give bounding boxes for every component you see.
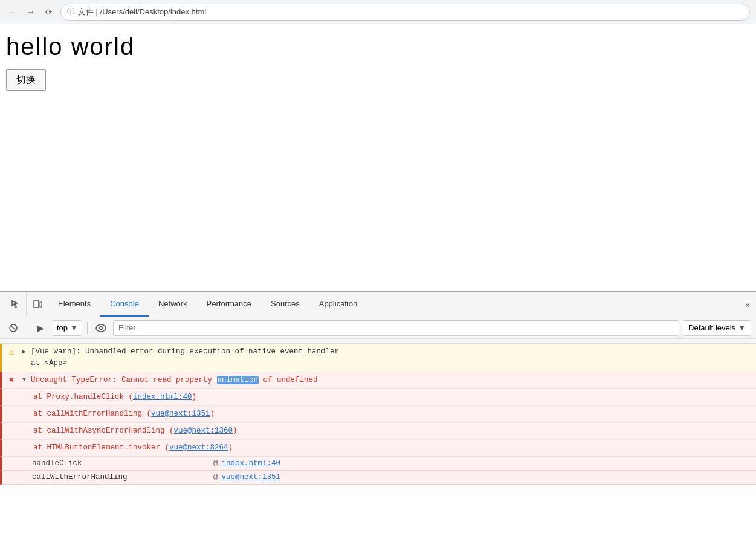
warn-icon: △ [7, 347, 16, 356]
console-error-row: ✖ ▼ Uncaught TypeError: Cannot read prop… [0, 372, 756, 389]
filter-input[interactable] [113, 320, 679, 336]
callstack-link-1[interactable]: index.html:40 [222, 459, 281, 468]
tab-more[interactable]: » [739, 292, 756, 317]
stack-row-3: at callWithAsyncErrorHandling (vue@next:… [0, 423, 756, 440]
toolbar-divider [27, 322, 27, 334]
stack-text-2: at callWithErrorHandling (vue@next:1351) [33, 408, 751, 420]
link-index-1[interactable]: index.html:40 [133, 393, 192, 401]
url-text: 文件 | /Users/dell/Desktop/index.html [78, 7, 206, 18]
clear-console-button[interactable] [5, 320, 22, 337]
devtools-panel: Elements Console Network Performance Sou… [0, 291, 756, 551]
security-icon: ⓘ [67, 7, 74, 17]
address-bar[interactable]: ⓘ 文件 | /Users/dell/Desktop/index.html [60, 4, 750, 21]
stack-row-2: at callWithErrorHandling (vue@next:1351) [0, 406, 756, 423]
default-levels-dropdown[interactable]: Default levels ▼ [683, 320, 751, 336]
context-selector[interactable]: top ▼ [53, 320, 82, 336]
console-warn-row: △ ▶ [Vue warn]: Unhandled error during e… [0, 344, 756, 372]
callstack-at-1: @ [213, 459, 218, 468]
tab-network[interactable]: Network [149, 292, 197, 317]
error-expand[interactable]: ▼ [20, 376, 28, 384]
devtools-tab-bar: Elements Console Network Performance Sou… [0, 292, 756, 317]
stack-row-1: at Proxy.handleClick (index.html:40) [0, 389, 756, 406]
default-levels-label: Default levels [688, 323, 735, 332]
context-value: top [57, 323, 68, 332]
svg-point-5 [99, 326, 102, 329]
page-content: hello world 切换 [0, 24, 756, 100]
callstack-row-1: handleClick @ index.html:40 [0, 457, 756, 471]
inspect-element-icon[interactable] [5, 292, 27, 317]
stack-row-4: at HTMLButtonElement.invoker (vue@next:8… [0, 440, 756, 457]
svg-rect-0 [34, 300, 39, 308]
device-toolbar-icon[interactable] [27, 292, 48, 317]
callstack-name-2: callWithErrorHandling [32, 473, 213, 482]
browser-toolbar: ← → ⟳ ⓘ 文件 | /Users/dell/Desktop/index.h… [0, 0, 756, 24]
switch-button[interactable]: 切换 [6, 69, 46, 91]
warn-text: [Vue warn]: Unhandled error during execu… [31, 346, 751, 369]
stack-text-4: at HTMLButtonElement.invoker (vue@next:8… [33, 442, 751, 454]
svg-line-3 [11, 326, 16, 330]
stack-text-1: at Proxy.handleClick (index.html:40) [33, 392, 751, 403]
forward-button[interactable]: → [24, 5, 37, 19]
svg-point-4 [96, 324, 106, 332]
reload-button[interactable]: ⟳ [42, 5, 56, 19]
tab-application[interactable]: Application [309, 292, 367, 317]
callstack-link-2[interactable]: vue@next:1351 [222, 473, 281, 482]
callstack-row-2: callWithErrorHandling @ vue@next:1351 [0, 471, 756, 485]
link-vue-8264[interactable]: vue@next:8264 [169, 443, 228, 452]
link-vue-1351[interactable]: vue@next:1351 [151, 410, 210, 418]
tab-console[interactable]: Console [100, 292, 149, 317]
stack-text-3: at callWithAsyncErrorHandling (vue@next:… [33, 425, 751, 437]
highlight-animation: animation [217, 376, 259, 384]
back-button[interactable]: ← [6, 5, 19, 19]
svg-rect-1 [40, 302, 42, 307]
callstack-name-1: handleClick [32, 459, 213, 468]
context-dropdown-icon: ▼ [70, 323, 78, 332]
error-icon: ✖ [7, 375, 16, 385]
error-text: Uncaught TypeError: Cannot read property… [31, 375, 751, 386]
levels-dropdown-icon: ▼ [738, 323, 746, 332]
toolbar-divider2 [87, 322, 88, 334]
warn-expand[interactable]: ▶ [20, 347, 28, 356]
console-content: △ ▶ [Vue warn]: Unhandled error during e… [0, 339, 756, 551]
console-scroll-hint [0, 339, 756, 344]
play-button[interactable]: ▶ [32, 320, 49, 337]
tab-performance[interactable]: Performance [197, 292, 261, 317]
tab-sources[interactable]: Sources [261, 292, 309, 317]
page-heading: hello world [6, 33, 750, 60]
eye-icon-button[interactable] [92, 320, 109, 337]
tab-elements[interactable]: Elements [48, 292, 100, 317]
console-toolbar: ▶ top ▼ Default levels ▼ [0, 317, 756, 339]
callstack-at-2: @ [213, 473, 218, 482]
link-vue-1360[interactable]: vue@next:1360 [174, 427, 233, 435]
